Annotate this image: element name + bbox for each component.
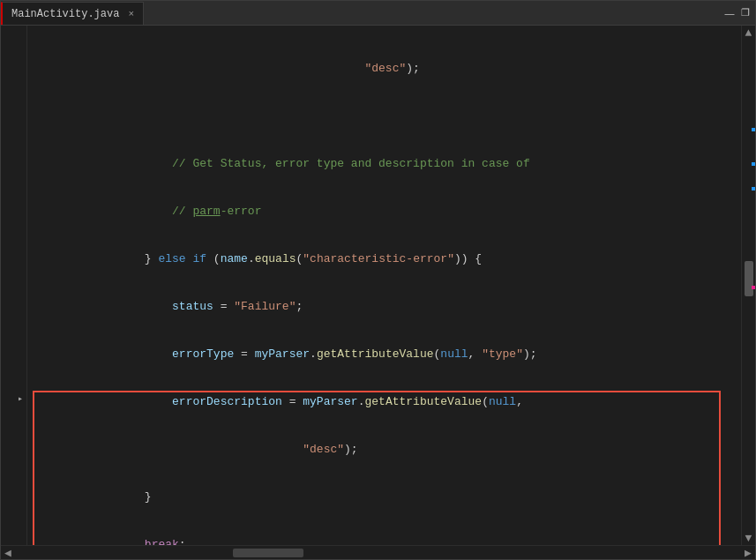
h-scroll-track [15, 546, 741, 559]
scroll-up-button[interactable]: ▲ [742, 26, 756, 40]
code-line [34, 108, 723, 124]
code-line: "desc"); [34, 442, 723, 458]
code-line: break; [34, 537, 723, 545]
code-line: } [34, 489, 723, 505]
tab-mainactivity[interactable]: MainActivity.java × [1, 2, 144, 25]
line-gutter: ▸ [1, 26, 27, 545]
editor-marker-blue-2 [752, 162, 755, 166]
window-controls: — ❐ [723, 1, 755, 25]
code-line: "desc"); [34, 61, 723, 77]
code-line: // Get Status, error type and descriptio… [34, 156, 723, 172]
h-scroll-thumb[interactable] [233, 549, 303, 557]
code-line: errorDescription = myParser.getAttribute… [34, 394, 723, 410]
scrollbar-thumb[interactable] [745, 261, 753, 296]
code-line: status = "Failure"; [34, 299, 723, 315]
editor-marker-blue-1 [752, 128, 755, 131]
tab-close-button[interactable]: × [128, 9, 134, 19]
horizontal-scrollbar[interactable]: ◀ ▶ [1, 545, 755, 559]
code-line: errorType = myParser.getAttributeValue(n… [34, 347, 723, 362]
tab-label: MainActivity.java [11, 8, 119, 20]
code-lines: "desc"); // Get Status, error type and d… [27, 29, 741, 545]
minimize-button[interactable]: — [723, 7, 736, 19]
tab-bar: MainActivity.java × — ❐ [1, 1, 755, 26]
right-scrollbar[interactable]: ▲ ▼ [741, 26, 755, 545]
gutter-fold-arrow[interactable]: ▸ [18, 391, 23, 407]
code-line: // parm-error [34, 204, 723, 220]
scroll-down-button[interactable]: ▼ [742, 531, 756, 545]
editor-marker-pink-1 [752, 286, 755, 289]
code-line: } else if (name.equals("characteristic-e… [34, 251, 723, 267]
restore-button[interactable]: ❐ [739, 7, 752, 19]
editor-marker-blue-3 [752, 187, 755, 190]
code-editor[interactable]: "desc"); // Get Status, error type and d… [27, 26, 741, 545]
editor-container: ▸ "desc"); [1, 26, 755, 545]
scrollbar-track [742, 40, 755, 531]
scroll-left-button[interactable]: ◀ [1, 546, 15, 560]
scroll-right-button[interactable]: ▶ [741, 546, 755, 560]
main-window: MainActivity.java × — ❐ [0, 0, 756, 560]
